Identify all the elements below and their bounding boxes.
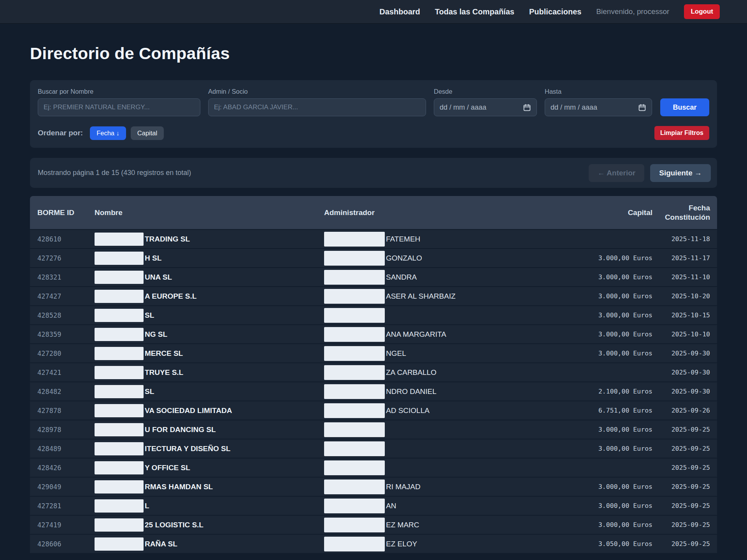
filter-panel: Buscar por Nombre Admin / Socio Desde dd…	[30, 80, 717, 148]
row-name-suffix: ITECTURA Y DISEÑO SL	[145, 444, 230, 453]
row-admin	[324, 422, 551, 437]
col-header-fecha-constitucion: Fecha Constitución	[652, 203, 710, 221]
table-row: 427878 VA SOCIEDAD LIMITADA AD SCIOLLA 6…	[30, 401, 717, 420]
redaction-block	[95, 480, 144, 494]
row-admin: EZ MARC	[324, 518, 551, 532]
row-date: 2025-09-25	[652, 540, 710, 548]
row-admin-suffix: SANDRA	[386, 273, 417, 282]
date-from-placeholder: dd / mm / aaaa	[440, 103, 486, 112]
row-name-suffix: TRUYE S.L	[145, 368, 183, 377]
redaction-block	[95, 537, 144, 551]
row-admin-suffix: RI MAJAD	[386, 483, 421, 491]
main-content: Directorio de Compañías Buscar por Nombr…	[0, 44, 747, 553]
row-admin-suffix: FATEMEH	[386, 235, 420, 243]
row-capital: 3.000,00 Euros	[551, 426, 652, 433]
row-admin-suffix: GONZALO	[386, 254, 422, 262]
redaction-block	[324, 270, 385, 285]
nav-item-publicaciones[interactable]: Publicaciones	[529, 7, 582, 16]
row-capital: 3.000,00 Euros	[551, 483, 652, 490]
row-capital: 3.000,00 Euros	[551, 521, 652, 528]
row-capital: 2.100,00 Euros	[551, 388, 652, 395]
redaction-block	[95, 404, 144, 417]
row-capital: 3.000,00 Euros	[551, 254, 652, 262]
row-admin-suffix: ZA CARBALLO	[386, 368, 437, 377]
calendar-icon[interactable]	[638, 103, 646, 112]
row-id: 427276	[37, 254, 95, 262]
row-name: TRADING SL	[95, 233, 324, 246]
table-row: 428978 U FOR DANCING SL 3.000,00 Euros 2…	[30, 420, 717, 439]
row-name: Y OFFICE SL	[95, 461, 324, 474]
row-date: 2025-09-26	[652, 407, 710, 414]
redaction-block	[324, 537, 385, 551]
redaction-block	[324, 460, 385, 475]
admin-filter-field: Admin / Socio	[208, 88, 426, 116]
row-date: 2025-10-15	[652, 312, 710, 319]
table-row: 427421 TRUYE S.L ZA CARBALLO 2025-09-30	[30, 362, 717, 382]
row-id: 428606	[37, 540, 95, 548]
row-admin: GONZALO	[324, 251, 551, 266]
row-id: 427878	[37, 407, 95, 415]
table-row: 428528 SL 3.000,00 Euros 2025-10-15	[30, 305, 717, 324]
row-id: 428610	[37, 235, 95, 243]
table-body: 428610 TRADING SL FATEMEH 2025-11-18 427…	[30, 229, 717, 553]
row-capital: 3.000,00 Euros	[551, 273, 652, 281]
table-row: 428606 RAÑA SL EZ ELOY 3.050,00 Euros 20…	[30, 534, 717, 553]
row-admin: RI MAJAD	[324, 480, 551, 494]
admin-filter-label: Admin / Socio	[208, 88, 426, 95]
row-date: 2025-11-10	[652, 273, 710, 281]
admin-search-input[interactable]	[208, 98, 426, 116]
row-capital: 3.050,00 Euros	[551, 540, 652, 548]
nav-item-todas-las-companias[interactable]: Todas las Compañías	[435, 7, 514, 16]
row-name-suffix: RAÑA SL	[145, 540, 177, 548]
row-date: 2025-09-30	[652, 350, 710, 357]
col-header-nombre: Nombre	[95, 208, 324, 217]
row-admin-suffix: EZ MARC	[386, 521, 419, 529]
row-name: TRUYE S.L	[95, 366, 324, 379]
row-name-suffix: TRADING SL	[145, 235, 190, 243]
next-page-button[interactable]: Siguiente →	[650, 164, 711, 182]
redaction-block	[324, 403, 385, 418]
row-admin: AD SCIOLLA	[324, 403, 551, 418]
pagination-status: Mostrando página 1 de 15 (430 registros …	[38, 169, 191, 177]
row-id: 428528	[37, 312, 95, 319]
row-admin	[324, 308, 551, 323]
row-id: 427280	[37, 350, 95, 357]
previous-page-button[interactable]: ← Anterior	[589, 164, 644, 182]
table-row: 428359 NG SL ANA MARGARITA 3.000,00 Euro…	[30, 324, 717, 343]
row-name: NG SL	[95, 328, 324, 341]
date-from-input[interactable]: dd / mm / aaaa	[434, 98, 537, 116]
row-name: RAÑA SL	[95, 537, 324, 551]
row-name-suffix: U FOR DANCING SL	[145, 425, 216, 434]
row-admin-suffix: ANA MARGARITA	[386, 330, 446, 339]
row-date: 2025-10-20	[652, 292, 710, 300]
row-admin: NDRO DANIEL	[324, 384, 551, 399]
row-name: SL	[95, 309, 324, 322]
sort-capital-button[interactable]: Capital	[131, 126, 164, 140]
row-date: 2025-09-25	[652, 521, 710, 528]
name-filter-label: Buscar por Nombre	[38, 88, 200, 95]
row-capital: 3.000,00 Euros	[551, 445, 652, 452]
row-date: 2025-09-25	[652, 502, 710, 509]
row-date: 2025-09-25	[652, 464, 710, 471]
date-to-input[interactable]: dd / mm / aaaa	[545, 98, 652, 116]
name-search-input[interactable]	[38, 98, 200, 116]
row-name-suffix: NG SL	[145, 330, 167, 339]
table-row: 427281 L AN 3.000,00 Euros 2025-09-25	[30, 496, 717, 515]
redaction-block	[95, 499, 144, 513]
redaction-block	[95, 290, 144, 303]
row-capital: 3.000,00 Euros	[551, 331, 652, 338]
buscar-button[interactable]: Buscar	[660, 98, 709, 116]
row-admin	[324, 441, 551, 456]
logout-button[interactable]: Logout	[684, 4, 720, 19]
nav-item-dashboard[interactable]: Dashboard	[379, 7, 420, 16]
table-row: 428489 ITECTURA Y DISEÑO SL 3.000,00 Eur…	[30, 439, 717, 458]
date-to-placeholder: dd / mm / aaaa	[551, 103, 597, 112]
welcome-text: Bienvenido, processor	[596, 7, 669, 16]
date-from-label: Desde	[434, 88, 537, 95]
row-id: 428359	[37, 331, 95, 338]
redaction-block	[324, 232, 385, 247]
limpiar-filtros-button[interactable]: Limpiar Filtros	[654, 126, 709, 140]
row-admin-suffix: EZ ELOY	[386, 540, 417, 548]
sort-fecha-button[interactable]: Fecha ↓	[90, 126, 126, 140]
calendar-icon[interactable]	[523, 103, 531, 112]
